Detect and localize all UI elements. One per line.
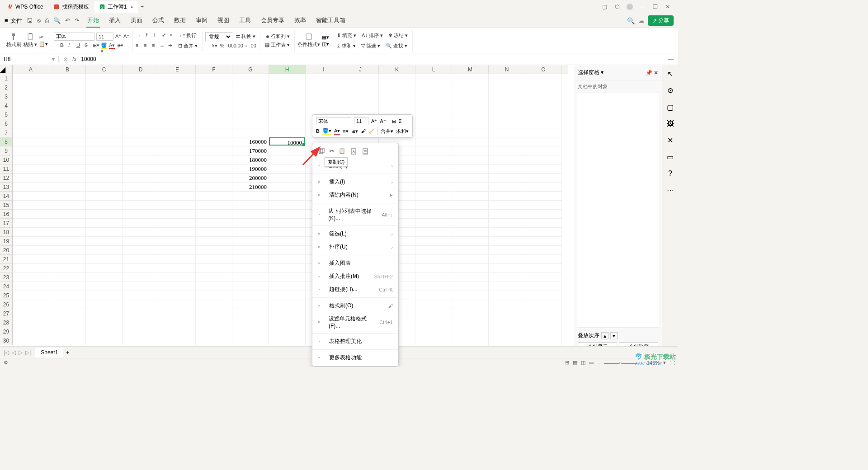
dec-inc-icon[interactable]: .00→: [236, 43, 243, 49]
menu-tab-公式[interactable]: 公式: [151, 14, 165, 28]
cell-N2[interactable]: [489, 83, 525, 92]
cell-A3[interactable]: [13, 92, 49, 101]
number-format-select[interactable]: 常规: [205, 32, 232, 41]
share-icon[interactable]: ⎋: [37, 17, 41, 24]
underline-icon[interactable]: U: [76, 42, 83, 49]
cell-M10[interactable]: [452, 155, 489, 164]
preview-icon[interactable]: 🔍: [53, 17, 61, 24]
cell-L29[interactable]: [415, 327, 452, 336]
worksheet-button[interactable]: ▦工作表▾: [263, 41, 292, 49]
cell-C19[interactable]: [86, 237, 123, 246]
mini-font-select[interactable]: [316, 117, 351, 125]
align-center-icon[interactable]: ≡: [144, 42, 150, 49]
mini-sum-label[interactable]: 求和▾: [396, 128, 409, 135]
ctx-item-1[interactable]: ▫插入(I)›: [312, 175, 398, 188]
cell-G26[interactable]: [232, 300, 269, 309]
cell-B20[interactable]: [49, 246, 86, 255]
sort-button[interactable]: A↓排序▾: [360, 31, 385, 40]
row-header-19[interactable]: 19: [0, 237, 12, 246]
cell-C10[interactable]: [86, 155, 123, 164]
cell-H2[interactable]: [269, 83, 306, 92]
cell-M15[interactable]: [452, 201, 489, 210]
cell-L18[interactable]: [415, 228, 452, 237]
cell-G7[interactable]: [232, 128, 269, 137]
cell-G1[interactable]: [232, 74, 269, 83]
cell-D1[interactable]: [123, 74, 159, 83]
cell-G23[interactable]: [232, 273, 269, 282]
menu-tab-数据[interactable]: 数据: [173, 14, 187, 28]
avatar[interactable]: [626, 3, 633, 10]
spreadsheet[interactable]: ◢ ABCDEFGHIJKLMNO 1234567891011121314151…: [0, 65, 574, 355]
cell-L22[interactable]: [415, 264, 452, 273]
cell-O10[interactable]: [525, 155, 562, 164]
cell-A16[interactable]: [13, 210, 49, 219]
cell-D9[interactable]: [123, 146, 159, 155]
cell-N27[interactable]: [489, 309, 525, 318]
cell-A4[interactable]: [13, 101, 49, 110]
cell-N23[interactable]: [489, 273, 525, 282]
cell-K3[interactable]: [379, 92, 415, 101]
tools-icon[interactable]: ✕: [667, 136, 673, 145]
menu-tab-开始[interactable]: 开始: [86, 14, 100, 28]
row-header-26[interactable]: 26: [0, 300, 12, 309]
cell-A8[interactable]: [13, 137, 49, 146]
cell-L17[interactable]: [415, 219, 452, 228]
cell-I4[interactable]: [306, 101, 342, 110]
cell-O28[interactable]: [525, 318, 562, 327]
cell-O23[interactable]: [525, 273, 562, 282]
cell-G28[interactable]: [232, 318, 269, 327]
mini-align-icon[interactable]: ≡▾: [343, 128, 348, 134]
cell-B7[interactable]: [49, 128, 86, 137]
cell-A21[interactable]: [13, 255, 49, 264]
cell-G20[interactable]: [232, 246, 269, 255]
mini-format-brush-icon[interactable]: 🖌: [361, 128, 366, 134]
cell-G14[interactable]: [232, 192, 269, 201]
help-icon[interactable]: ?: [668, 169, 672, 178]
cell-O8[interactable]: [525, 137, 562, 146]
cell-C11[interactable]: [86, 164, 123, 174]
cell-C12[interactable]: [86, 174, 123, 183]
pin-icon[interactable]: 📌: [646, 70, 652, 76]
cell-B9[interactable]: [49, 146, 86, 155]
cell-H18[interactable]: [269, 228, 306, 237]
cell-F1[interactable]: [196, 74, 232, 83]
row-header-25[interactable]: 25: [0, 291, 12, 300]
cell-H12[interactable]: [269, 174, 306, 183]
cell-E2[interactable]: [159, 83, 196, 92]
ctx-item-4[interactable]: ▫筛选(L)›: [312, 227, 398, 240]
cell-M27[interactable]: [452, 309, 489, 318]
decrease-font-icon[interactable]: A⁻: [123, 33, 130, 40]
menu-tab-插入[interactable]: 插入: [108, 14, 122, 28]
col-header-J[interactable]: J: [342, 65, 379, 74]
cell-F24[interactable]: [196, 282, 232, 291]
cell-M1[interactable]: [452, 74, 489, 83]
cell-D22[interactable]: [123, 264, 159, 273]
layout-icon[interactable]: ▢: [601, 3, 608, 10]
cell-N16[interactable]: [489, 210, 525, 219]
ctx-cut-icon[interactable]: ✂: [330, 148, 334, 156]
cell-N10[interactable]: [489, 155, 525, 164]
fx-icon[interactable]: fx: [72, 56, 76, 62]
cell-C9[interactable]: [86, 146, 123, 155]
cell-N8[interactable]: [489, 137, 525, 146]
row-header-23[interactable]: 23: [0, 273, 12, 282]
mini-clear-icon[interactable]: 🧹: [368, 128, 375, 134]
find-button[interactable]: 🔍查找▾: [384, 42, 409, 50]
row-header-14[interactable]: 14: [0, 192, 12, 201]
cell-E22[interactable]: [159, 264, 196, 273]
increase-font-icon[interactable]: A⁺: [115, 33, 122, 40]
last-sheet-icon[interactable]: ▷|: [25, 349, 31, 356]
minimize-button[interactable]: —: [639, 3, 646, 10]
cell-E1[interactable]: [159, 74, 196, 83]
cell-F10[interactable]: [196, 155, 232, 164]
cell-N7[interactable]: [489, 128, 525, 137]
cell-K1[interactable]: [379, 74, 415, 83]
cell-O12[interactable]: [525, 174, 562, 183]
cell-H16[interactable]: [269, 210, 306, 219]
ctx-item-10[interactable]: ▫设置单元格格式(F)...Ctrl+1: [312, 312, 398, 332]
merge-button[interactable]: ⊟合并▾: [176, 42, 199, 50]
cell-F20[interactable]: [196, 246, 232, 255]
cell-D28[interactable]: [123, 318, 159, 327]
ctx-item-5[interactable]: ▫排序(U)›: [312, 240, 398, 254]
menu-tab-会员专享[interactable]: 会员专享: [260, 14, 285, 28]
